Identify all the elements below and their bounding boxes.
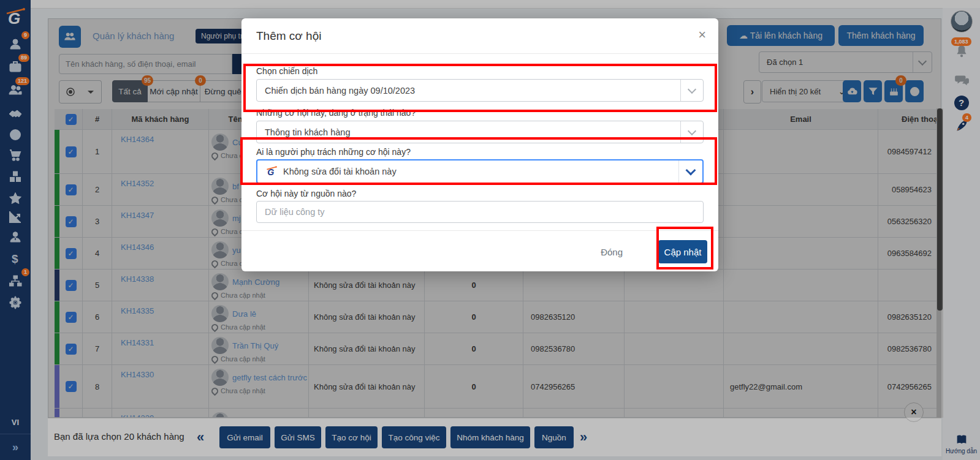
annotation-box-assignee <box>240 137 717 185</box>
divider <box>241 230 718 231</box>
status-value: Thông tin khách hàng <box>265 127 350 137</box>
close-modal-button[interactable]: Đóng <box>597 246 626 258</box>
annotation-box-update <box>656 227 713 270</box>
screen: G 9 89 121 $ 1 VI » 1,083 ? 4 Hướng dẫn … <box>0 0 980 460</box>
divider <box>241 53 718 54</box>
source-input[interactable] <box>256 201 704 223</box>
annotation-box-campaign <box>243 64 717 112</box>
modal-close-icon[interactable]: × <box>698 28 706 42</box>
modal-title: Thêm cơ hội <box>256 29 321 43</box>
source-label: Cơ hội này từ nguồn nào? <box>256 189 356 198</box>
